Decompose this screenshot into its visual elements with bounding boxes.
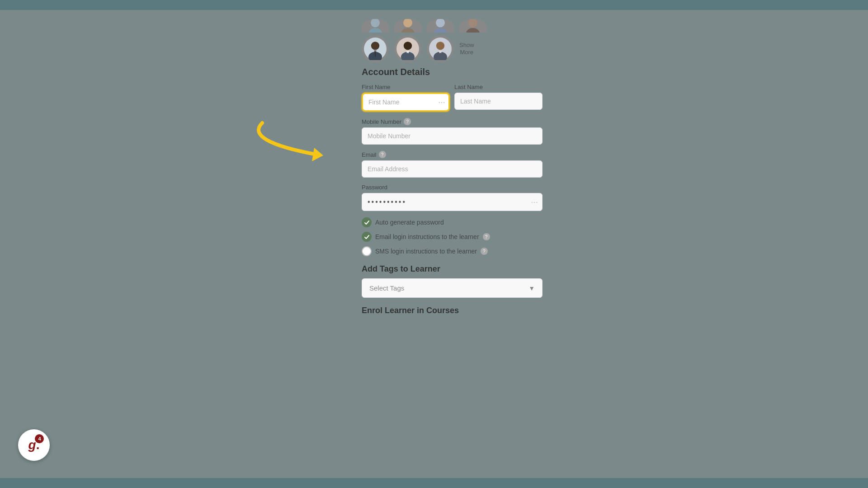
svg-marker-0: [312, 148, 323, 161]
last-name-input[interactable]: [454, 93, 542, 110]
g-logo-inner: g. 4: [28, 438, 40, 452]
email-group: Email ?: [362, 151, 542, 178]
last-name-group: Last Name: [454, 84, 542, 112]
svg-point-4: [401, 28, 415, 33]
g-logo-button[interactable]: g. 4: [18, 429, 50, 461]
show-more-button[interactable]: Show More: [459, 42, 474, 56]
svg-point-5: [436, 19, 445, 27]
select-tags-placeholder: Select Tags: [369, 284, 404, 292]
last-name-label: Last Name: [454, 84, 542, 90]
email-label: Email ?: [362, 151, 542, 158]
email-input[interactable]: [362, 160, 542, 178]
mobile-group: Mobile Number ?: [362, 118, 542, 145]
auto-generate-label: Auto generate password: [375, 219, 444, 226]
first-name-label: First Name: [362, 84, 450, 90]
avatar-row-partial: [362, 19, 542, 33]
svg-rect-13: [374, 50, 377, 52]
email-login-label: Email login instructions to the learner: [375, 233, 479, 240]
name-field-row: First Name ⋯ Last Name: [362, 84, 542, 112]
password-input[interactable]: [362, 193, 542, 211]
enrol-title: Enrol Learner in Courses: [362, 306, 542, 315]
email-help-icon[interactable]: ?: [379, 151, 386, 158]
select-tags-dropdown[interactable]: Select Tags ▼: [362, 278, 542, 298]
avatar-row-full: Show More: [362, 35, 542, 62]
svg-point-8: [466, 28, 480, 33]
svg-point-6: [434, 28, 447, 33]
sms-login-radio: [362, 246, 372, 256]
mobile-label: Mobile Number ?: [362, 118, 542, 125]
auto-generate-checkbox[interactable]: Auto generate password: [362, 217, 542, 227]
first-name-input[interactable]: [362, 93, 450, 112]
auto-generate-check: [362, 217, 372, 227]
avatar-partial-4[interactable]: [459, 19, 486, 33]
svg-point-7: [468, 19, 477, 27]
avatar-partial-1[interactable]: [362, 19, 389, 33]
avatar-2[interactable]: [394, 35, 421, 62]
first-name-icon: ⋯: [438, 98, 445, 107]
chevron-down-icon: ▼: [528, 285, 535, 292]
arrow-annotation: [235, 114, 371, 159]
avatar-3[interactable]: [427, 35, 454, 62]
password-label: Password: [362, 184, 542, 191]
top-bar: [0, 0, 868, 10]
sms-login-checkbox[interactable]: SMS login instructions to the learner ?: [362, 246, 542, 256]
sms-login-label: SMS login instructions to the learner: [375, 248, 477, 255]
svg-point-1: [371, 19, 380, 27]
svg-point-3: [403, 19, 412, 27]
email-login-checkbox[interactable]: Email login instructions to the learner …: [362, 232, 542, 242]
email-login-help-icon[interactable]: ?: [483, 233, 490, 240]
email-login-check: [362, 232, 372, 242]
sms-login-help-icon[interactable]: ?: [481, 248, 488, 255]
avatar-partial-2[interactable]: [394, 19, 421, 33]
avatar-1[interactable]: [362, 35, 389, 62]
svg-point-15: [404, 42, 412, 50]
svg-point-2: [368, 28, 382, 33]
g-notification-badge: 4: [35, 434, 44, 443]
svg-point-19: [436, 42, 444, 50]
account-details-title: Account Details: [362, 67, 542, 77]
first-name-input-wrapper: ⋯: [362, 93, 450, 112]
password-toggle-icon[interactable]: ⋯: [531, 198, 538, 206]
mobile-input[interactable]: [362, 127, 542, 145]
add-tags-title: Add Tags to Learner: [362, 264, 542, 274]
first-name-group: First Name ⋯: [362, 84, 450, 112]
avatar-partial-3[interactable]: [427, 19, 454, 33]
bottom-bar: [0, 478, 868, 488]
password-group: Password ⋯: [362, 184, 542, 211]
svg-point-10: [371, 42, 379, 50]
form-container: Show More Account Details First Name ⋯ L…: [362, 19, 542, 320]
mobile-help-icon[interactable]: ?: [404, 118, 411, 125]
password-input-wrapper: ⋯: [362, 193, 542, 211]
checkbox-group: Auto generate password Email login instr…: [362, 217, 542, 256]
